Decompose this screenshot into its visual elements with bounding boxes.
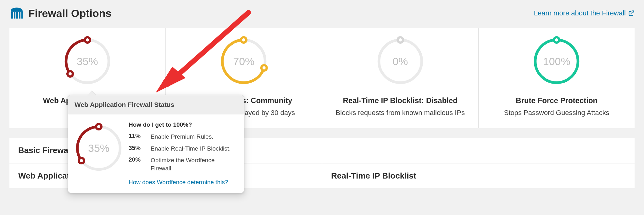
- dial-percent-label: 35%: [77, 55, 98, 68]
- waf-status-tooltip: Web Application Firewall Status 35% How …: [68, 95, 244, 193]
- tooltip-item-percent: 35%: [129, 145, 144, 153]
- tooltip-item-text: Enable Premium Rules.: [151, 133, 214, 141]
- status-dial: 0%: [374, 35, 427, 88]
- card-title: Brute Force Protection: [516, 96, 597, 105]
- page-title: Firewall Options: [28, 7, 111, 19]
- ip-blocklist-header[interactable]: Real-Time IP Blocklist: [322, 163, 635, 188]
- svg-rect-3: [19, 12, 20, 19]
- external-link-icon: [628, 10, 635, 16]
- status-dial: 100%: [530, 35, 583, 88]
- status-card[interactable]: 100% Brute Force Protection Stops Passwo…: [479, 28, 635, 128]
- svg-point-13: [397, 37, 403, 43]
- dial-percent-label: 70%: [233, 55, 254, 68]
- svg-line-5: [631, 11, 634, 14]
- dial-percent-label: 100%: [543, 55, 570, 68]
- svg-rect-4: [21, 12, 23, 19]
- tooltip-item-percent: 20%: [129, 156, 144, 172]
- tooltip-dial: 35%: [72, 121, 125, 175]
- svg-rect-0: [11, 12, 13, 19]
- dial-percent-label: 0%: [392, 55, 408, 68]
- tooltip-help-link[interactable]: How does Wordfence determine this?: [129, 179, 238, 186]
- tooltip-item: 35% Enable Real-Time IP Blocklist.: [129, 145, 238, 153]
- svg-point-8: [67, 71, 73, 76]
- page-header: Firewall Options Learn more about the Fi…: [0, 0, 644, 28]
- card-description: Stops Password Guessing Attacks: [504, 108, 609, 118]
- svg-point-16: [554, 37, 559, 43]
- tooltip-item-text: Enable Real-Time IP Blocklist.: [151, 145, 231, 153]
- tooltip-dial-label: 35%: [88, 142, 109, 154]
- tooltip-body: 35% How do I get to 100%? 11% Enable Pre…: [68, 114, 244, 193]
- firewall-logo-icon: [9, 6, 24, 20]
- status-dial: 35%: [61, 35, 114, 88]
- tooltip-right: How do I get to 100%? 11% Enable Premium…: [129, 121, 238, 186]
- svg-point-11: [261, 65, 267, 71]
- card-title: Real-Time IP Blocklist: Disabled: [343, 96, 458, 105]
- svg-point-19: [79, 158, 84, 163]
- svg-point-7: [85, 37, 90, 43]
- tooltip-item: 20% Optimize the Wordfence Firewall.: [129, 156, 238, 172]
- header-left: Firewall Options: [9, 6, 111, 20]
- tooltip-question: How do I get to 100%?: [129, 121, 238, 128]
- learn-more-text: Learn more about the Firewall: [534, 9, 626, 17]
- card-description: Blocks requests from known malicious IPs: [336, 108, 465, 118]
- tooltip-title: Web Application Firewall Status: [68, 95, 244, 114]
- svg-point-10: [241, 37, 247, 43]
- svg-point-18: [96, 124, 102, 130]
- tooltip-item-text: Optimize the Wordfence Firewall.: [151, 156, 238, 172]
- tooltip-items: 11% Enable Premium Rules. 35% Enable Rea…: [129, 133, 238, 176]
- tooltip-item-percent: 11%: [129, 133, 144, 141]
- svg-rect-2: [16, 12, 18, 19]
- tooltip-item: 11% Enable Premium Rules.: [129, 133, 238, 141]
- status-dial: 70%: [217, 35, 270, 88]
- learn-more-link[interactable]: Learn more about the Firewall: [534, 9, 635, 17]
- svg-rect-1: [14, 12, 15, 19]
- status-card[interactable]: 0% Real-Time IP Blocklist: Disabled Bloc…: [322, 28, 478, 128]
